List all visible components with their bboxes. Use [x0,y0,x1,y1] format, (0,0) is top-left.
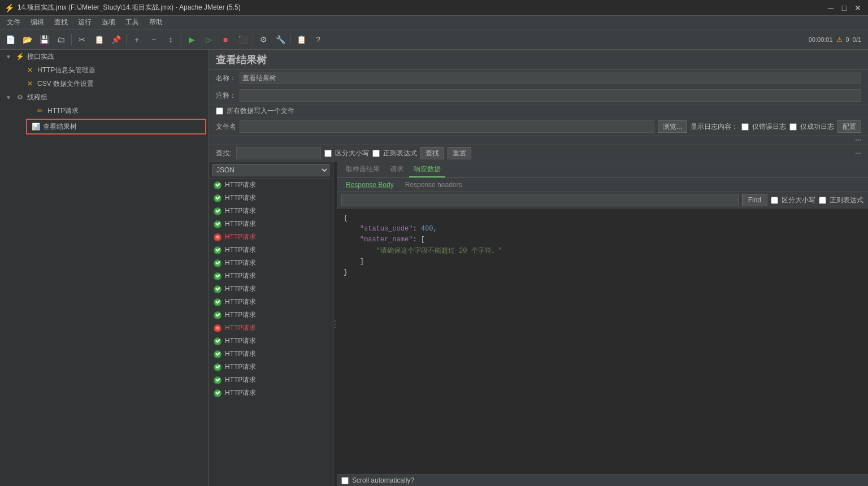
list-item[interactable]: HTTP请求 [209,296,333,309]
filename-input[interactable] [240,120,654,133]
separator-2 [126,34,127,45]
tree-view-results[interactable]: 📊 查看结果树 [26,119,206,134]
regex-label: 正则表达式 [383,149,417,158]
status-ok-icon [214,181,222,189]
results-label: 查看结果树 [43,122,77,132]
tab-response[interactable]: 响应数据 [409,162,445,177]
minimize-button[interactable]: ─ [825,3,836,13]
search-dots-menu[interactable]: ••• [855,150,861,157]
right-panel: 查看结果树 名称： 注释： 所有数据写入一个文件 文件名 浏览... 显示日志内… [209,50,868,486]
tree-csv-data[interactable]: ✕ CSV 数据文件设置 [0,77,209,90]
list-item[interactable]: HTTP请求 [209,309,333,322]
comment-input[interactable] [240,89,861,102]
toolbar-log[interactable]: 📋 [293,32,309,47]
menu-find[interactable]: 查找 [50,16,72,28]
panel-title: 查看结果树 [216,54,267,66]
tree-thread-group[interactable]: ▼ ⚙ 线程组 [0,90,209,104]
list-item[interactable]: HTTP请求 [209,218,333,231]
scroll-auto-row: Scroll automatically? [337,474,868,486]
config-button[interactable]: 配置 [837,120,861,133]
list-item-label: HTTP请求 [225,375,256,385]
toolbar-start[interactable]: ▶ [184,32,199,47]
find-case-checkbox[interactable] [771,197,778,204]
status-ok-icon [214,298,222,306]
toolbar-open[interactable]: 📂 [19,32,35,47]
list-item-label: HTTP请求 [225,284,256,294]
list-item[interactable]: HTTP请求 [209,387,333,400]
list-item-label: HTTP请求 [225,206,256,216]
toolbar-help[interactable]: ? [310,32,326,47]
list-item[interactable]: HTTP请求 [209,192,333,205]
toolbar-save[interactable]: 💾 [36,32,52,47]
list-item[interactable]: HTTP请求 [209,205,333,218]
list-item[interactable]: HTTP请求 [209,283,333,296]
regex-checkbox[interactable] [372,150,380,157]
sub-tab-body[interactable]: Response Body [341,180,398,190]
find-button[interactable]: 查找 [420,147,444,159]
toolbar-copy[interactable]: 📋 [91,32,107,47]
success-log-checkbox[interactable] [789,123,797,131]
toolbar-expand[interactable]: + [129,32,145,47]
list-item[interactable]: HTTP请求 [209,348,333,361]
close-button[interactable]: ✕ [852,3,863,13]
toolbar-toggle[interactable]: ↕ [163,32,179,47]
list-item[interactable]: HTTP请求 [209,270,333,283]
toolbar-template[interactable]: ⚙ [255,32,271,47]
toolbar-collapse[interactable]: − [146,32,162,47]
menu-edit[interactable]: 编辑 [26,16,49,28]
toolbar-shutdown[interactable]: ⬛ [235,32,250,47]
toolbar-stop[interactable]: ■ [218,32,233,47]
list-item[interactable]: HTTP请求 [209,244,333,257]
toolbar-save2[interactable]: 🗂 [53,32,69,47]
format-select[interactable]: JSON Text XML HTML [212,164,329,176]
toolbar-remote[interactable]: 🔧 [272,32,288,47]
tab-sampler[interactable]: 取样器结果 [341,162,384,177]
root-label: 接口实战 [27,52,54,62]
menu-help[interactable]: 帮助 [145,16,167,28]
menu-run[interactable]: 运行 [73,16,96,28]
find-regex-checkbox[interactable] [819,197,826,204]
name-input[interactable] [240,72,861,84]
find-input[interactable] [341,194,739,206]
title-bar-controls[interactable]: ─ □ ✕ [825,3,863,13]
results-icon: 📊 [31,122,41,132]
find-regex-label: 正则表达式 [830,196,863,205]
menu-file[interactable]: 文件 [2,16,25,28]
thread-icon: ⚙ [15,92,25,102]
top-dots-menu[interactable]: ••• [855,137,861,143]
status-ok-icon [214,376,222,384]
toolbar-new[interactable]: 📄 [2,32,18,47]
tab-request[interactable]: 请求 [385,162,408,177]
menu-options[interactable]: 选项 [97,16,120,28]
list-item[interactable]: HTTP请求 [209,179,333,192]
list-item[interactable]: HTTP请求 [209,257,333,270]
all-data-row: 所有数据写入一个文件 [209,105,868,118]
list-item[interactable]: HTTP请求 [209,335,333,348]
search-input[interactable] [236,147,321,159]
list-item-error[interactable]: HTTP请求 [209,231,333,244]
list-item[interactable]: HTTP请求 [209,361,333,374]
json-line-master-name: "master_name": [ [344,235,861,245]
tree-root[interactable]: ▼ ⚡ 接口实战 [0,50,209,63]
case-sensitive-checkbox[interactable] [324,150,332,157]
browse-button[interactable]: 浏览... [658,120,687,133]
sub-tab-headers[interactable]: Response headers [401,180,467,190]
list-item-label: HTTP请求 [225,362,256,372]
scroll-auto-checkbox[interactable] [341,477,349,484]
list-item-error[interactable]: HTTP请求 [209,322,333,335]
all-data-checkbox[interactable] [216,107,223,115]
case-sensitive-label: 区分大小写 [335,149,369,158]
error-log-checkbox[interactable] [741,123,749,131]
toolbar-paste[interactable]: 📌 [108,32,124,47]
toolbar-start-no-pause[interactable]: ▷ [201,32,216,47]
list-item-error-label: HTTP请求 [225,232,256,242]
find-detail-button[interactable]: Find [742,194,767,206]
tree-http-header[interactable]: ✕ HTTP信息头管理器 [0,63,209,77]
reset-button[interactable]: 重置 [448,147,471,159]
separator-1 [71,34,72,45]
list-item[interactable]: HTTP请求 [209,374,333,387]
menu-tools[interactable]: 工具 [121,16,144,28]
tree-http-request[interactable]: ✏ HTTP请求 [0,104,209,118]
toolbar-cut[interactable]: ✂ [74,32,90,47]
maximize-button[interactable]: □ [839,3,850,13]
